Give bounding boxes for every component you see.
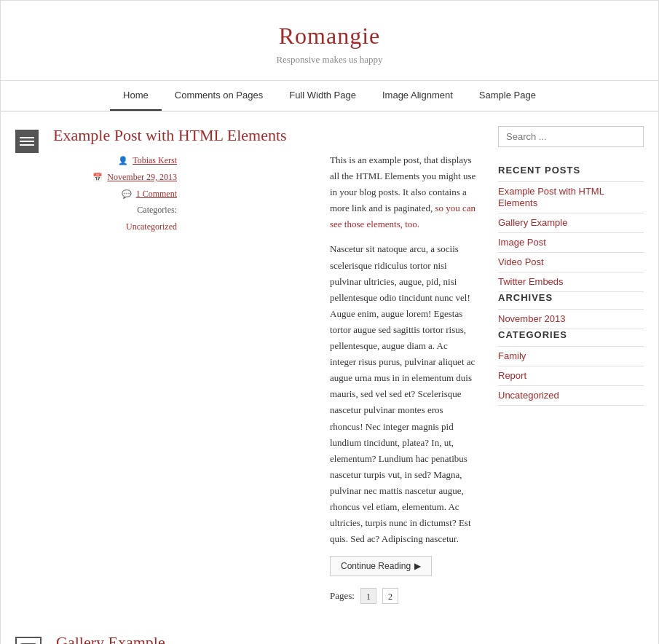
post-1-excerpt-2: Nascetur sit natoque arcu, a sociis scel… xyxy=(330,241,476,547)
category-link-2[interactable]: Report xyxy=(498,370,526,381)
post-2-title: Gallery Example xyxy=(15,633,476,644)
post-1-meta: 👤 Tobias Kerst 📅 November 29, 2013 💬 1 C… xyxy=(53,152,177,604)
archives-list: November 2013 xyxy=(498,309,644,329)
nav-sample-page[interactable]: Sample Page xyxy=(466,81,549,111)
archive-link-1[interactable]: November 2013 xyxy=(498,313,566,324)
recent-posts-title: RECENT POSTS xyxy=(498,165,644,176)
recent-post-link-2[interactable]: Gallery Example xyxy=(498,217,567,228)
content-area: Example Post with HTML Elements 👤 Tobias… xyxy=(15,126,476,644)
post-1-comments[interactable]: 1 Comment xyxy=(136,189,177,199)
author-icon: 👤 xyxy=(118,156,128,165)
post-1-category[interactable]: Uncategorized xyxy=(126,221,177,232)
sidebar: RECENT POSTS Example Post with HTML Elem… xyxy=(498,126,644,644)
site-title: Romangie xyxy=(15,23,644,50)
post-1-category-row: Categories: Uncategorized xyxy=(53,202,177,235)
nav-image-alignment[interactable]: Image Alignment xyxy=(369,81,466,111)
post-1-author[interactable]: Tobias Kerst xyxy=(133,155,177,165)
post-gallery-icon xyxy=(15,637,42,644)
continue-reading-button[interactable]: Continue Reading ▶ xyxy=(330,556,432,576)
site-tagline: Responsive makes us happy xyxy=(15,54,644,66)
category-link-1[interactable]: Family xyxy=(498,350,526,361)
arrow-right-icon: ▶ xyxy=(414,561,421,571)
post-1-date-row: 📅 November 29, 2013 xyxy=(53,169,177,186)
category-link-3[interactable]: Uncategorized xyxy=(498,390,559,401)
post-2-title-link[interactable]: Gallery Example xyxy=(56,633,165,644)
calendar-icon: 📅 xyxy=(92,173,103,181)
list-item: Family xyxy=(498,347,644,366)
post-lines-icon xyxy=(15,130,39,153)
recent-post-link-3[interactable]: Image Post xyxy=(498,237,546,248)
post-1-title-link[interactable]: Example Post with HTML Elements xyxy=(53,126,287,144)
post-1-comments-row: 💬 1 Comment xyxy=(53,186,177,203)
post-1-excerpt-1: This is an example post, that displays a… xyxy=(330,152,476,232)
post-1-author-row: 👤 Tobias Kerst xyxy=(53,152,177,169)
recent-post-link-1[interactable]: Example Post with HTML Elements xyxy=(498,186,604,208)
list-item: Video Post xyxy=(498,253,644,272)
pages-label: Pages: xyxy=(330,590,355,602)
nav-comments-on-pages[interactable]: Comments on Pages xyxy=(162,81,276,111)
archives-section: ARCHIVES November 2013 xyxy=(498,292,644,329)
post-1-body: This is an example post, that displays a… xyxy=(330,152,476,604)
comment-icon: 💬 xyxy=(122,189,132,198)
nav-full-width-page[interactable]: Full Width Page xyxy=(276,81,369,111)
page-1-link[interactable]: 1 xyxy=(360,588,376,604)
list-item: Image Post xyxy=(498,233,644,253)
list-item: November 2013 xyxy=(498,310,644,329)
list-item: Uncategorized xyxy=(498,386,644,406)
recent-posts-list: Example Post with HTML Elements Gallery … xyxy=(498,181,644,292)
list-item: Gallery Example xyxy=(498,213,644,233)
pages-nav: Pages: 1 2 xyxy=(330,588,476,604)
recent-post-link-4[interactable]: Video Post xyxy=(498,256,544,267)
categories-section: CATEGORIES Family Report Uncategorized xyxy=(498,329,644,406)
site-nav: Home Comments on Pages Full Width Page I… xyxy=(1,81,658,111)
post-1-title: Example Post with HTML Elements xyxy=(15,126,476,145)
nav-home[interactable]: Home xyxy=(110,81,162,111)
list-item: Example Post with HTML Elements xyxy=(498,182,644,213)
list-item: Report xyxy=(498,366,644,386)
post-2: Gallery Example 👤 Tobias Kerst 📅 Novembe… xyxy=(15,633,476,644)
site-header: Romangie Responsive makes us happy xyxy=(1,1,658,81)
sidebar-search xyxy=(498,126,644,147)
list-item: Twitter Embeds xyxy=(498,272,644,292)
categories-list: Family Report Uncategorized xyxy=(498,346,644,406)
main-layout: Example Post with HTML Elements 👤 Tobias… xyxy=(1,111,658,644)
recent-post-link-5[interactable]: Twitter Embeds xyxy=(498,276,564,287)
page-2-link[interactable]: 2 xyxy=(382,588,398,604)
post-1-date[interactable]: November 29, 2013 xyxy=(107,172,177,182)
categories-title: CATEGORIES xyxy=(498,329,644,340)
post-1: Example Post with HTML Elements 👤 Tobias… xyxy=(15,126,476,604)
post-1-category-label: Categories: xyxy=(137,205,177,215)
recent-posts-section: RECENT POSTS Example Post with HTML Elem… xyxy=(498,165,644,292)
search-input[interactable] xyxy=(498,126,644,147)
archives-title: ARCHIVES xyxy=(498,292,644,303)
